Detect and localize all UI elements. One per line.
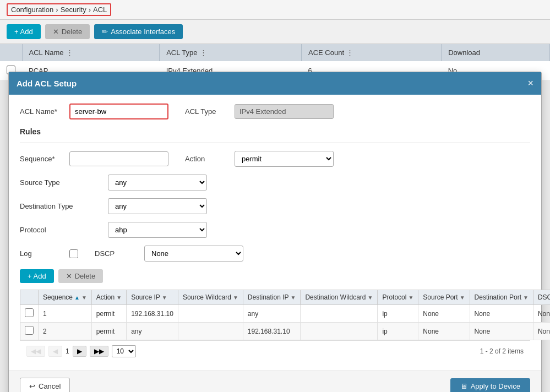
sep1: › [56, 6, 58, 14]
breadcrumb-security[interactable]: Security [61, 6, 86, 14]
col-menu-icon-1[interactable]: ⋮ [66, 48, 73, 57]
th-acl-type: ACL Type ⋮ [160, 44, 302, 61]
add-button[interactable]: + Add [7, 24, 41, 39]
dialog-close-button[interactable]: × [527, 78, 533, 81]
th-ace-count: ACE Count ⋮ [301, 44, 441, 61]
breadcrumb: Configuration › Security › ACL [7, 3, 111, 16]
assoc-label: Associate Interfaces [111, 28, 175, 36]
associate-interfaces-button[interactable]: ✏ Associate Interfaces [94, 24, 183, 39]
dialog-header: Add ACL Setup × [9, 72, 541, 81]
add-acl-dialog: Add ACL Setup × ACL Name* ACL Type IPv4 … [8, 72, 542, 81]
th-download: Download [442, 44, 550, 61]
th-acl-name-label: ACL Name [29, 48, 64, 57]
th-ace-count-label: ACE Count [308, 48, 344, 57]
col-menu-icon-3[interactable]: ⋮ [346, 48, 353, 57]
breadcrumb-current: ACL [93, 6, 107, 14]
col-menu-icon-2[interactable]: ⋮ [200, 48, 207, 57]
main-toolbar: + Add ✕ Delete ✏ Associate Interfaces [0, 20, 550, 44]
delete-icon: ✕ [53, 28, 59, 36]
delete-button[interactable]: ✕ Delete [45, 24, 90, 39]
th-download-label: Download [448, 48, 480, 57]
th-acl-type-label: ACL Type [166, 48, 197, 57]
top-bar: Configuration › Security › ACL [0, 0, 550, 20]
pencil-icon: ✏ [102, 28, 108, 36]
sep2: › [89, 6, 91, 14]
breadcrumb-config[interactable]: Configuration [11, 6, 53, 14]
th-check [0, 44, 22, 61]
delete-label: Delete [62, 28, 83, 36]
dialog-title: Add ACL Setup [17, 79, 77, 81]
th-acl-name: ACL Name ⋮ [22, 44, 160, 61]
